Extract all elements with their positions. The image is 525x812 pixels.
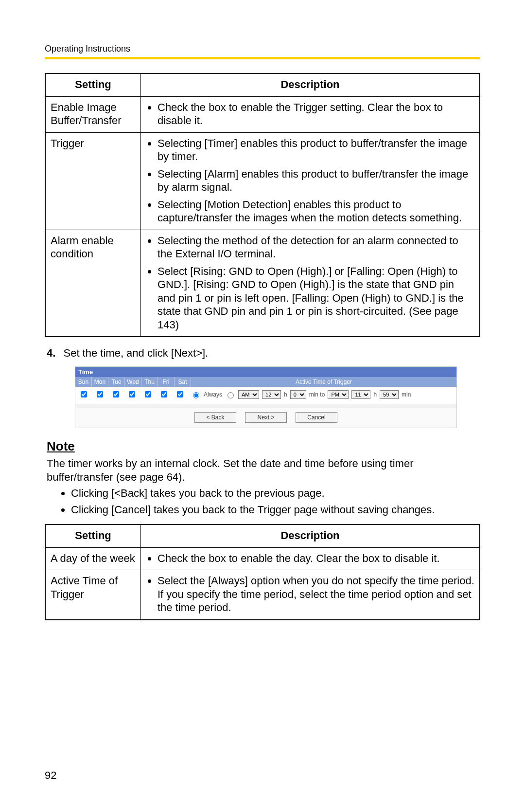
select-min-to[interactable]: 59 — [380, 390, 399, 399]
h-label: h — [284, 391, 287, 398]
list-item: Selecting the method of the detection fo… — [158, 234, 474, 261]
select-hour-from[interactable]: 12 — [262, 390, 281, 399]
page-number: 92 — [45, 769, 56, 782]
time-panel-header: Sun Mon Tue Wed Thu Fri Sat Active Time … — [75, 377, 456, 387]
cell-setting: A day of the week — [45, 547, 141, 570]
table-row: Alarm enable condition Selecting the met… — [45, 230, 480, 337]
header-rule — [45, 57, 480, 59]
day-checkbox-mon[interactable] — [97, 391, 103, 397]
settings-table-2: Setting Description A day of the week Ch… — [45, 524, 480, 620]
time-panel-divider — [75, 404, 456, 408]
day-checkbox-sat[interactable] — [177, 391, 183, 397]
back-button[interactable]: < Back — [194, 412, 236, 423]
next-button[interactable]: Next > — [245, 412, 287, 423]
list-item: Check the box to enable the Trigger sett… — [158, 101, 474, 127]
day-checkbox-sun[interactable] — [81, 391, 87, 397]
list-item: Clicking [<Back] takes you back to the p… — [71, 487, 480, 500]
cell-setting: Enable Image Buffer/Transfer — [45, 96, 141, 132]
day-checkbox-fri[interactable] — [161, 391, 167, 397]
select-ampm-to[interactable]: PM — [328, 390, 349, 399]
cell-description: Selecting [Timer] enables this product t… — [141, 132, 480, 230]
list-item: Check the box to enable the day. Clear t… — [158, 552, 474, 565]
cell-setting: Alarm enable condition — [45, 230, 141, 337]
day-head-sun: Sun — [75, 377, 92, 387]
list-item: Select the [Always] option when you do n… — [158, 574, 474, 614]
cell-description: Select the [Always] option when you do n… — [141, 570, 480, 620]
active-time-label: Active Time of Trigger — [191, 377, 456, 387]
select-min-from[interactable]: 0 — [290, 390, 306, 399]
h-label-2: h — [373, 391, 377, 398]
step-text: Set the time, and click [Next>]. — [63, 347, 208, 359]
settings-table-1: Setting Description Enable Image Buffer/… — [45, 73, 480, 337]
table-row: A day of the week Check the box to enabl… — [45, 547, 480, 570]
list-item: Selecting [Alarm] enables this product t… — [158, 167, 474, 194]
day-checkbox-tue[interactable] — [113, 391, 119, 397]
day-head-sat: Sat — [175, 377, 191, 387]
select-hour-to[interactable]: 11 — [351, 390, 370, 399]
select-ampm-from[interactable]: AM — [238, 390, 259, 399]
running-header: Operating Instructions — [45, 44, 480, 54]
day-head-wed: Wed — [125, 377, 141, 387]
th-setting: Setting — [45, 73, 141, 96]
min-label: min — [402, 391, 411, 398]
radio-range[interactable] — [228, 392, 234, 398]
note-body: The timer works by an internal clock. Se… — [47, 457, 478, 484]
day-checkbox-thu[interactable] — [145, 391, 151, 397]
list-item: Selecting [Motion Detection] enables thi… — [158, 198, 474, 225]
cell-setting: Trigger — [45, 132, 141, 230]
day-checkbox-wed[interactable] — [129, 391, 135, 397]
cell-description: Selecting the method of the detection fo… — [141, 230, 480, 337]
cell-description: Check the box to enable the day. Clear t… — [141, 547, 480, 570]
min-to-label: min to — [309, 391, 325, 398]
day-head-tue: Tue — [108, 377, 125, 387]
note-heading: Note — [47, 439, 480, 454]
list-item: Select [Rising: GND to Open (High).] or … — [158, 265, 474, 332]
time-panel-title: Time — [75, 367, 456, 377]
cell-description: Check the box to enable the Trigger sett… — [141, 96, 480, 132]
cancel-button[interactable]: Cancel — [296, 412, 337, 423]
cell-setting: Active Time of Trigger — [45, 570, 141, 620]
day-head-fri: Fri — [158, 377, 175, 387]
time-panel: Time Sun Mon Tue Wed Thu Fri Sat Active … — [75, 366, 457, 428]
th-description: Description — [141, 524, 480, 547]
step-number: 4. — [47, 347, 55, 359]
list-item: Clicking [Cancel] takes you back to the … — [71, 503, 480, 517]
table-row: Trigger Selecting [Timer] enables this p… — [45, 132, 480, 230]
step-4: 4. Set the time, and click [Next>]. — [47, 347, 480, 360]
th-description: Description — [141, 73, 480, 96]
table-row: Enable Image Buffer/Transfer Check the b… — [45, 96, 480, 132]
day-head-thu: Thu — [141, 377, 158, 387]
radio-always[interactable] — [193, 392, 199, 398]
th-setting: Setting — [45, 524, 141, 547]
table-row: Active Time of Trigger Select the [Alway… — [45, 570, 480, 620]
list-item: Selecting [Timer] enables this product t… — [158, 137, 474, 163]
always-label: Always — [204, 391, 222, 398]
day-head-mon: Mon — [92, 377, 108, 387]
